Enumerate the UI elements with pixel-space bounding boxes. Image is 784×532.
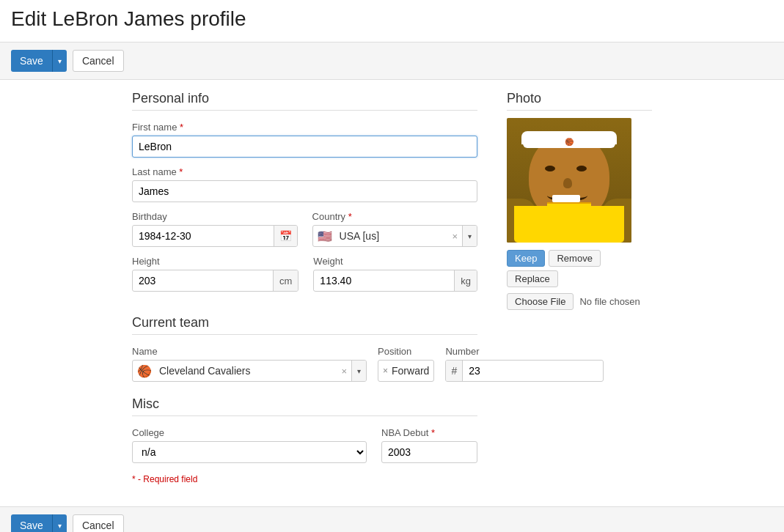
first-name-required: * xyxy=(180,122,183,133)
main-content: Personal info First name * Last name * xyxy=(0,80,784,499)
country-required: * xyxy=(348,211,352,222)
team-name-field-group: Name 🏀 Cleveland Cavaliers × ▾ xyxy=(132,346,367,382)
team-value: Cleveland Cavaliers xyxy=(156,365,337,377)
replace-button[interactable]: Replace xyxy=(507,270,558,287)
current-team-section: Current team Name 🏀 Cleveland Cavaliers … xyxy=(132,315,477,382)
nba-debut-input[interactable] xyxy=(381,441,477,463)
bottom-cancel-button[interactable]: Cancel xyxy=(73,514,124,532)
height-label: Height xyxy=(132,256,298,267)
birthday-input[interactable] xyxy=(133,226,274,245)
weight-label: Weight xyxy=(313,256,477,267)
current-team-title: Current team xyxy=(132,315,477,335)
weight-input-wrapper: kg xyxy=(313,270,477,292)
save-dropdown-button[interactable]: ▾ xyxy=(53,50,67,72)
height-unit: cm xyxy=(273,270,298,291)
birthday-field-group: Birthday 📅 xyxy=(132,211,298,247)
last-name-field-group: Last name * xyxy=(132,166,477,202)
last-name-required: * xyxy=(179,166,183,177)
save-main-button[interactable]: Save xyxy=(11,50,53,72)
position-label: Position xyxy=(378,346,434,357)
page-title: Edit LeBron James profile xyxy=(0,0,784,42)
personal-info-title: Personal info xyxy=(132,91,477,111)
team-name-label: Name xyxy=(132,346,367,357)
position-remove-icon[interactable]: × xyxy=(383,366,388,376)
file-chooser: Choose File No file chosen xyxy=(507,293,652,310)
birthday-country-row: Birthday 📅 Country * 🇺🇸 xyxy=(132,211,477,256)
birthday-label: Birthday xyxy=(132,211,298,222)
right-column: Photo 🏀 xyxy=(507,91,652,484)
first-name-field-group: First name * xyxy=(132,122,477,158)
nba-debut-label: NBA Debut * xyxy=(381,427,477,438)
height-field-group: Height cm xyxy=(132,256,298,292)
position-tag[interactable]: × Forward xyxy=(378,360,434,382)
toolbar: Save ▾ Cancel xyxy=(0,42,784,80)
college-field-group: College n/a Ohio State Duke Kentucky Kan… xyxy=(132,427,367,463)
number-hash: # xyxy=(446,361,463,381)
height-weight-row: Height cm Weight kg xyxy=(132,256,477,300)
remove-button[interactable]: Remove xyxy=(549,250,600,267)
team-fields-row: Name 🏀 Cleveland Cavaliers × ▾ Position … xyxy=(132,346,477,382)
required-note: * - Required field xyxy=(132,474,477,484)
birthday-input-wrapper: 📅 xyxy=(132,225,298,247)
team-clear-icon[interactable]: × xyxy=(337,366,351,377)
keep-button[interactable]: Keep xyxy=(507,250,545,267)
position-field-group: Position × Forward xyxy=(378,346,434,382)
nba-debut-field-group: NBA Debut * xyxy=(381,427,477,463)
team-select-wrapper[interactable]: 🏀 Cleveland Cavaliers × ▾ xyxy=(132,360,367,382)
misc-fields-row: College n/a Ohio State Duke Kentucky Kan… xyxy=(132,427,477,463)
country-clear-icon[interactable]: × xyxy=(448,231,463,242)
personal-info-section: Personal info First name * Last name * xyxy=(132,91,477,300)
last-name-input[interactable] xyxy=(132,180,477,202)
country-select-wrapper[interactable]: 🇺🇸 USA [us] × ▾ xyxy=(312,225,478,247)
country-dropdown-icon[interactable]: ▾ xyxy=(462,226,477,246)
bottom-save-dropdown-button[interactable]: ▾ xyxy=(53,514,67,532)
country-value: USA [us] xyxy=(337,230,448,242)
misc-title: Misc xyxy=(132,396,477,416)
bottom-save-main-button[interactable]: Save xyxy=(11,514,53,532)
left-column: Personal info First name * Last name * xyxy=(132,91,477,484)
bottom-save-button-group[interactable]: Save ▾ xyxy=(11,514,67,532)
save-button-group[interactable]: Save ▾ xyxy=(11,50,67,72)
college-label: College xyxy=(132,427,367,438)
last-name-label: Last name * xyxy=(132,166,477,177)
weight-field-group: Weight kg xyxy=(313,256,477,292)
bottom-toolbar: Save ▾ Cancel xyxy=(0,506,784,532)
no-file-label: No file chosen xyxy=(579,296,640,307)
height-input[interactable] xyxy=(133,271,273,290)
choose-file-button[interactable]: Choose File xyxy=(507,293,574,310)
nba-debut-required: * xyxy=(431,427,435,438)
two-col-layout: Personal info First name * Last name * xyxy=(132,91,652,484)
cancel-button[interactable]: Cancel xyxy=(73,50,124,72)
photo-display: 🏀 xyxy=(507,118,631,243)
weight-input[interactable] xyxy=(314,271,454,290)
first-name-input[interactable] xyxy=(132,136,477,158)
country-field-group: Country * 🇺🇸 USA [us] × ▾ xyxy=(312,211,478,247)
photo-actions: Keep Remove Replace xyxy=(507,250,652,287)
misc-section: Misc College n/a Ohio State Duke Kentuck… xyxy=(132,396,477,484)
first-name-label: First name * xyxy=(132,122,477,133)
country-label: Country * xyxy=(312,211,478,222)
weight-unit: kg xyxy=(454,270,477,291)
photo-title: Photo xyxy=(507,91,652,111)
position-value: Forward xyxy=(392,365,429,377)
team-dropdown-icon[interactable]: ▾ xyxy=(351,361,366,381)
team-icon: 🏀 xyxy=(133,364,156,378)
college-select[interactable]: n/a Ohio State Duke Kentucky Kansas xyxy=(132,441,367,463)
country-flag: 🇺🇸 xyxy=(313,229,337,243)
calendar-icon[interactable]: 📅 xyxy=(274,226,297,246)
height-input-wrapper: cm xyxy=(132,270,298,292)
